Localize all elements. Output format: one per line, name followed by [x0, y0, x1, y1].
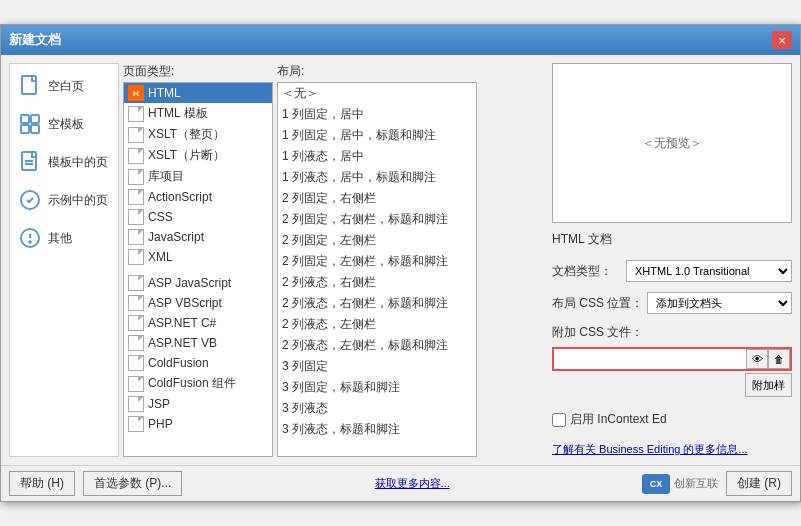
list-item-library[interactable]: 库项目 — [124, 166, 272, 187]
list-item-layout-13[interactable]: 3 列固定 — [278, 356, 476, 377]
layout-2-label: 1 列固定，居中，标题和脚注 — [282, 127, 436, 144]
list-item-layout-10[interactable]: 2 列液态，右侧栏，标题和脚注 — [278, 293, 476, 314]
layouts-label: 布局: — [277, 63, 477, 80]
layouts-panel: 布局: ＜无＞ 1 列固定，居中 1 列固定，居中，标题和脚注 1 列液态，居中 — [277, 63, 477, 457]
list-item-php[interactable]: PHP — [124, 414, 272, 434]
css-icon — [128, 209, 144, 225]
layout-9-label: 2 列液态，右侧栏 — [282, 274, 376, 291]
incontext-checkbox[interactable] — [552, 413, 566, 427]
list-item-layout-9[interactable]: 2 列液态，右侧栏 — [278, 272, 476, 293]
brand-text: 创新互联 — [674, 476, 718, 491]
page-from-template-icon — [18, 150, 42, 174]
attach-css-controls: 👁 🗑 附加样 — [552, 347, 792, 397]
sidebar-item-other[interactable]: 其他 — [10, 220, 118, 256]
list-item-aspnet-vb[interactable]: ASP.NET VB — [124, 333, 272, 353]
svg-rect-2 — [31, 115, 39, 123]
layout-1-label: 1 列固定，居中 — [282, 106, 364, 123]
attach-delete-button[interactable]: 🗑 — [768, 349, 790, 369]
list-item-layout-5[interactable]: 2 列固定，右侧栏 — [278, 188, 476, 209]
list-item-layout-12[interactable]: 2 列液态，左侧栏，标题和脚注 — [278, 335, 476, 356]
aspnet-cs-icon — [128, 315, 144, 331]
attach-add-button[interactable]: 附加样 — [745, 373, 792, 397]
list-item-html[interactable]: H HTML — [124, 83, 272, 103]
incontext-row: 启用 InContext Ed — [552, 411, 792, 428]
list-item-aspnet-cs[interactable]: ASP.NET C# — [124, 313, 272, 333]
layout-css-label: 布局 CSS 位置： — [552, 295, 643, 312]
close-button[interactable]: × — [772, 31, 792, 49]
html-template-icon — [128, 106, 144, 122]
list-item-layout-3[interactable]: 1 列液态，居中 — [278, 146, 476, 167]
layout-css-select[interactable]: 添加到文档头 — [647, 292, 792, 314]
list-item-layout-15[interactable]: 3 列液态 — [278, 398, 476, 419]
list-item-actionscript[interactable]: ActionScript — [124, 187, 272, 207]
layout-5-label: 2 列固定，右侧栏 — [282, 190, 376, 207]
layout-11-label: 2 列液态，左侧栏 — [282, 316, 376, 333]
list-item-xslt-full[interactable]: XSLT（整页） — [124, 124, 272, 145]
sidebar-page-sample-label: 示例中的页 — [48, 192, 108, 209]
list-item-html-label: HTML — [148, 86, 181, 100]
help-button[interactable]: 帮助 (H) — [9, 471, 75, 496]
list-item-layout-7[interactable]: 2 列固定，左侧栏 — [278, 230, 476, 251]
doc-type-select[interactable]: XHTML 1.0 Transitional HTML 4.01 Transit… — [626, 260, 792, 282]
more-info-link[interactable]: 了解有关 Business Editing 的更多信息... — [552, 443, 748, 455]
preferences-button[interactable]: 首选参数 (P)... — [83, 471, 182, 496]
layout-4-label: 1 列液态，居中，标题和脚注 — [282, 169, 436, 186]
html-file-icon: H — [128, 85, 144, 101]
list-item-javascript-label: JavaScript — [148, 230, 204, 244]
layout-13-label: 3 列固定 — [282, 358, 328, 375]
list-item-asp-js[interactable]: ASP JavaScript — [124, 273, 272, 293]
list-item-layout-1[interactable]: 1 列固定，居中 — [278, 104, 476, 125]
list-item-layout-11[interactable]: 2 列液态，左侧栏 — [278, 314, 476, 335]
attach-eye-button[interactable]: 👁 — [746, 349, 768, 369]
sidebar-item-blank-page[interactable]: 空白页 — [10, 68, 118, 104]
sidebar-item-page-from-template[interactable]: 模板中的页 — [10, 144, 118, 180]
sidebar-item-page-from-sample[interactable]: 示例中的页 — [10, 182, 118, 218]
list-item-html-template[interactable]: HTML 模板 — [124, 103, 272, 124]
list-item-layout-16[interactable]: 3 列液态，标题和脚注 — [278, 419, 476, 440]
xslt-full-icon — [128, 127, 144, 143]
attach-input-area: 👁 🗑 — [552, 347, 792, 371]
create-button[interactable]: 创建 (R) — [726, 471, 792, 496]
list-item-layout-6[interactable]: 2 列固定，右侧栏，标题和脚注 — [278, 209, 476, 230]
actionscript-icon — [128, 189, 144, 205]
list-item-asp-vbs[interactable]: ASP VBScript — [124, 293, 272, 313]
layouts-list[interactable]: ＜无＞ 1 列固定，居中 1 列固定，居中，标题和脚注 1 列液态，居中 1 列 — [277, 82, 477, 457]
list-item-php-label: PHP — [148, 417, 173, 431]
list-item-none[interactable]: ＜无＞ — [278, 83, 476, 104]
aspnet-vb-icon — [128, 335, 144, 351]
sidebar-blank-template-label: 空模板 — [48, 116, 84, 133]
list-item-layout-2[interactable]: 1 列固定，居中，标题和脚注 — [278, 125, 476, 146]
list-item-layout-4[interactable]: 1 列液态，居中，标题和脚注 — [278, 167, 476, 188]
blank-page-icon — [18, 74, 42, 98]
asp-vbs-icon — [128, 295, 144, 311]
doc-type-label: 文档类型： — [552, 263, 622, 280]
attach-css-label-row: 附加 CSS 文件： — [552, 324, 792, 341]
get-more-link[interactable]: 获取更多内容... — [375, 476, 450, 491]
list-item-xml[interactable]: XML — [124, 247, 272, 267]
list-item-layout-14[interactable]: 3 列固定，标题和脚注 — [278, 377, 476, 398]
list-item-library-label: 库项目 — [148, 168, 184, 185]
list-item-jsp[interactable]: JSP — [124, 394, 272, 414]
dialog-body: 空白页 空模板 — [1, 55, 800, 501]
page-types-label: 页面类型: — [123, 63, 273, 80]
list-item-xslt-full-label: XSLT（整页） — [148, 126, 225, 143]
library-icon — [128, 169, 144, 185]
list-item-xslt-fragment[interactable]: XSLT（片断） — [124, 145, 272, 166]
list-item-coldfusion[interactable]: ColdFusion — [124, 353, 272, 373]
svg-point-11 — [29, 241, 31, 243]
list-item-actionscript-label: ActionScript — [148, 190, 212, 204]
list-item-layout-8[interactable]: 2 列固定，左侧栏，标题和脚注 — [278, 251, 476, 272]
layout-15-label: 3 列液态 — [282, 400, 328, 417]
list-item-javascript[interactable]: JavaScript — [124, 227, 272, 247]
sidebar-page-template-label: 模板中的页 — [48, 154, 108, 171]
sidebar-item-blank-template[interactable]: 空模板 — [10, 106, 118, 142]
html-doc-label: HTML 文档 — [552, 229, 792, 250]
list-item-css-label: CSS — [148, 210, 173, 224]
page-types-list[interactable]: H HTML HTML 模板 XSLT（整页） — [123, 82, 273, 457]
xslt-fragment-icon — [128, 148, 144, 164]
list-item-coldfusion-component[interactable]: ColdFusion 组件 — [124, 373, 272, 394]
asp-js-icon — [128, 275, 144, 291]
attach-css-input[interactable] — [554, 351, 746, 367]
layout-8-label: 2 列固定，左侧栏，标题和脚注 — [282, 253, 448, 270]
list-item-css[interactable]: CSS — [124, 207, 272, 227]
